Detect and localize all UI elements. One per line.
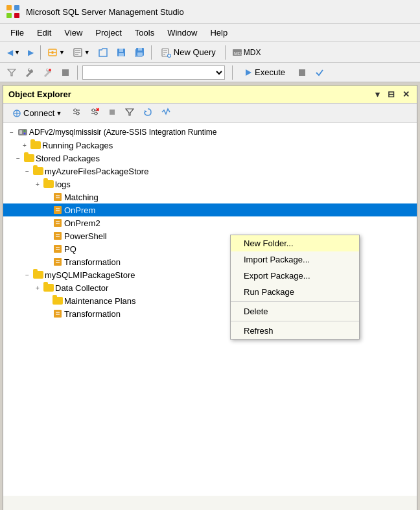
- expand-mysqlmi[interactable]: −: [23, 270, 32, 279]
- connect-label: Connect: [23, 108, 54, 118]
- svg-rect-63: [54, 245, 62, 253]
- execute-button[interactable]: Execute: [237, 65, 292, 79]
- filter-button[interactable]: [4, 66, 19, 79]
- svg-rect-54: [54, 206, 62, 214]
- oe-funnel-icon: [125, 108, 134, 117]
- expand-stored[interactable]: −: [14, 154, 23, 163]
- expand-datacollector[interactable]: +: [33, 283, 42, 292]
- svg-rect-57: [54, 219, 62, 227]
- mdx-icon: MDX: [232, 47, 242, 58]
- mdx-button[interactable]: MDX MDX: [229, 45, 264, 60]
- object-explorer-panel: Object Explorer ▾ ⊟ ✕ Connect ▼: [3, 85, 417, 510]
- oe-activity-button[interactable]: [158, 106, 174, 121]
- app-title: Microsoft SQL Server Management Studio: [26, 7, 184, 17]
- oe-close-button[interactable]: ✕: [401, 89, 412, 100]
- svg-rect-31: [299, 69, 305, 76]
- svg-rect-2: [6, 13, 12, 18]
- oe-filter-icon: [72, 108, 81, 117]
- pq-package-icon: [52, 244, 63, 254]
- checkmark-button[interactable]: [312, 66, 327, 79]
- oe-pin-button[interactable]: ▾: [373, 89, 382, 100]
- logs-folder-icon: [43, 179, 54, 189]
- save-button[interactable]: [113, 45, 130, 60]
- menu-help[interactable]: Help: [205, 26, 233, 40]
- svg-point-50: [24, 133, 26, 135]
- running-folder-icon: [30, 140, 41, 150]
- oe-stop-icon: [108, 108, 116, 116]
- forward-button[interactable]: ▶: [25, 46, 37, 59]
- transformation2-package-icon: [52, 308, 63, 319]
- svg-point-42: [95, 112, 97, 115]
- oe-filter-button[interactable]: [69, 106, 84, 121]
- menu-window[interactable]: Window: [162, 26, 202, 40]
- oe-refresh-button[interactable]: [140, 106, 156, 121]
- ctx-import-package[interactable]: Import Package...: [231, 251, 359, 268]
- filter-icon: [7, 68, 16, 77]
- svg-rect-45: [110, 110, 115, 115]
- server-icon: [18, 127, 28, 137]
- transformation2-label: Transformation: [64, 309, 121, 319]
- tree-item-onprem[interactable]: · OnPrem: [3, 203, 417, 216]
- new-query-button[interactable]: New Query: [155, 45, 222, 60]
- open-file-button[interactable]: [95, 45, 111, 60]
- tree-item-onprem2[interactable]: · OnPrem2: [3, 216, 417, 229]
- oe-filter-remove-button[interactable]: [87, 106, 102, 121]
- new-connection-button[interactable]: ▼: [44, 45, 68, 60]
- main-toolbar: ◀ ▼ ▶ ▼ ▼: [0, 42, 420, 63]
- wrench-button[interactable]: [22, 66, 38, 79]
- ctx-delete[interactable]: Delete: [231, 303, 359, 319]
- tree-item-server[interactable]: − ADFv2/mysqlmissisir (Azure-SSIS Integr…: [3, 126, 417, 139]
- script-icon: [73, 47, 83, 58]
- stop-icon: [62, 69, 69, 76]
- ctx-refresh[interactable]: Refresh: [231, 323, 359, 339]
- ctx-new-folder[interactable]: New Folder...: [231, 235, 359, 251]
- svg-rect-60: [54, 232, 62, 240]
- tree-item-azure[interactable]: − myAzureFilesPackageStore: [3, 165, 417, 178]
- svg-rect-3: [14, 13, 19, 18]
- svg-rect-1: [14, 5, 19, 10]
- save-all-button[interactable]: [131, 45, 148, 60]
- tree-item-matching[interactable]: · Matching: [3, 191, 417, 203]
- tree-item-running[interactable]: + Running Packages: [3, 139, 417, 152]
- datacollector-label: Data Collector: [55, 283, 108, 293]
- menu-edit[interactable]: Edit: [32, 26, 56, 40]
- stop2-icon: [298, 69, 306, 76]
- stop-button[interactable]: [58, 67, 73, 78]
- mysqlmi-folder-icon: [33, 270, 43, 280]
- connect-icon: [12, 108, 22, 119]
- back-icon: ◀: [7, 48, 13, 57]
- expand-running[interactable]: +: [20, 141, 29, 150]
- stored-label: Stored Packages: [36, 154, 100, 163]
- wrench2-button[interactable]: [40, 66, 56, 79]
- tree-item-stored[interactable]: − Stored Packages: [3, 152, 417, 165]
- svg-rect-0: [6, 5, 12, 10]
- menu-view[interactable]: View: [59, 26, 88, 40]
- oe-dock-button[interactable]: ⊟: [386, 89, 397, 100]
- svg-rect-51: [54, 193, 62, 201]
- onprem-package-icon: [52, 205, 63, 215]
- mysqlmi-label: mySQLMIPackageStore: [45, 270, 135, 280]
- azure-folder-icon: [33, 166, 43, 176]
- azure-label: myAzureFilesPackageStore: [45, 167, 148, 176]
- ctx-export-package[interactable]: Export Package...: [231, 268, 359, 284]
- script-button[interactable]: ▼: [69, 45, 93, 60]
- back-button[interactable]: ◀ ▼: [4, 46, 23, 59]
- oe-filter2-button[interactable]: [122, 106, 137, 121]
- stored-folder-icon: [24, 153, 34, 163]
- ctx-run-package[interactable]: Run Package: [231, 284, 359, 300]
- expand-logs[interactable]: +: [33, 180, 42, 189]
- tree-item-logs[interactable]: + logs: [3, 178, 417, 191]
- database-dropdown[interactable]: [82, 65, 225, 80]
- connect-button[interactable]: Connect ▼: [7, 106, 66, 121]
- menu-tools[interactable]: Tools: [130, 26, 159, 40]
- query-toolbar: Execute: [0, 63, 420, 82]
- save-icon: [116, 47, 126, 58]
- stop2-button[interactable]: [295, 67, 309, 78]
- oe-stop-button[interactable]: [105, 106, 119, 120]
- menu-file[interactable]: File: [5, 26, 29, 40]
- expand-server[interactable]: −: [7, 128, 16, 137]
- oe-toolbar: Connect ▼: [3, 104, 417, 123]
- forward-icon: ▶: [28, 48, 34, 57]
- expand-azure[interactable]: −: [23, 167, 32, 176]
- menu-project[interactable]: Project: [90, 26, 126, 40]
